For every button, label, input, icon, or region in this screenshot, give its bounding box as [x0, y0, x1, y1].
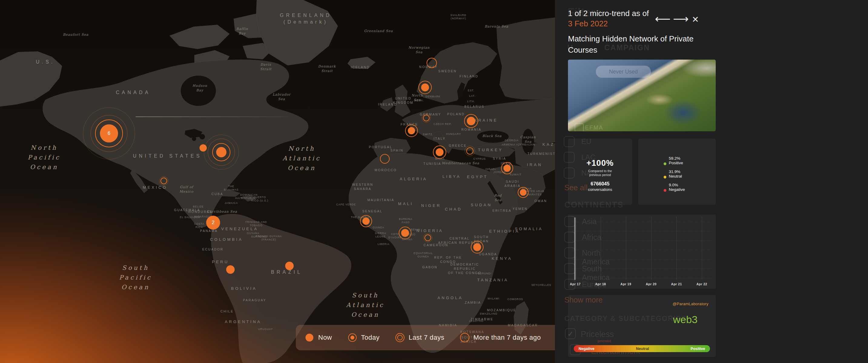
- marker-dot: [520, 189, 526, 196]
- chart-gridline-v: [702, 217, 702, 280]
- marker-dot: [216, 147, 226, 157]
- sentiment-row: 9.0%Negative: [664, 183, 685, 192]
- prev-trend-button[interactable]: ⟵: [655, 13, 671, 25]
- marker-dot: 6: [100, 124, 118, 142]
- today-legend-icon: [348, 333, 357, 342]
- sentiment-dot: [664, 162, 666, 165]
- chart-x-tick: Apr 19: [620, 282, 631, 286]
- marker-dot: 2: [206, 216, 220, 230]
- volume-stat-card: +100% Compared to the previous period 67…: [568, 138, 632, 205]
- map-legend: NowTodayLast 7 daysMore than 7 days ago: [296, 325, 555, 350]
- legend-label: Last 7 days: [409, 334, 444, 341]
- close-panel-button[interactable]: ✕: [692, 14, 699, 25]
- chart-cursor-line[interactable]: [575, 218, 575, 280]
- ghost-image-checkbox: [575, 123, 584, 131]
- chart-x-tick: Apr 18: [595, 282, 606, 286]
- ghost-image-label: EFMA: [585, 124, 603, 131]
- chart-gridline-h: [572, 269, 713, 269]
- marker-dot: [226, 265, 235, 274]
- marker-dot: [473, 243, 481, 251]
- sentiment-card: 59.2%Positive31.9%Neutral9.0%Negative: [638, 138, 716, 205]
- sentiment-value: 9.0%: [669, 183, 685, 187]
- trend-counter: 1 of 2 micro-trend as of: [568, 8, 649, 19]
- trend-chart-card: Apr 17Apr 18Apr 19Apr 20Apr 21Apr 22: [568, 214, 716, 289]
- micro-trend-panel: Filters U CAMPAIGN EULACNAM See all CONT…: [555, 0, 868, 363]
- chart-x-tick: Apr 22: [696, 282, 707, 286]
- chart-gridline-h: [572, 250, 713, 250]
- chart-x-tick: Apr 20: [646, 282, 657, 286]
- legend-item-last7: Last 7 days: [395, 333, 444, 342]
- sentiment-value: 59.2%: [669, 156, 685, 161]
- post-text: web3: [568, 314, 698, 326]
- marker-ring: [380, 154, 390, 164]
- chart-gridline-h: [572, 240, 713, 241]
- sentiment-dot: [664, 189, 666, 192]
- sentiment-scale-bar: Negative Neutral Positive: [574, 345, 710, 352]
- conversations-count: 6766045: [568, 181, 632, 187]
- chart-gridline-h: [572, 231, 713, 231]
- now-legend-icon: [305, 333, 314, 342]
- marker-dot: [436, 148, 443, 156]
- legend-item-older: More than 7 days ago: [460, 333, 541, 342]
- marker-ring: [465, 146, 475, 156]
- trend-title: Matching Hidden Network of Private Cours…: [568, 33, 713, 56]
- scale-positive-label: Positive: [690, 346, 705, 351]
- scale-negative-label: Negative: [579, 346, 594, 351]
- sentiment-row: 31.9%Neutral: [664, 169, 685, 178]
- marker-dot: [363, 218, 370, 225]
- chart-gridline-v: [651, 217, 652, 280]
- change-caption-1: Compared to the: [588, 169, 612, 173]
- sentiment-label: Positive: [669, 161, 685, 165]
- next-trend-button[interactable]: ⟶: [673, 13, 689, 25]
- legend-item-now: Now: [305, 333, 332, 342]
- trend-image-card: Never Used EFMA: [568, 60, 716, 131]
- chart-gridline-h: [572, 259, 713, 260]
- trend-date: 3 Feb 2022: [568, 19, 608, 28]
- sentiment-label: Negative: [669, 187, 685, 192]
- marker-dot: [503, 165, 511, 172]
- marker-dot: [408, 127, 415, 134]
- sentiment-value: 31.9%: [669, 169, 685, 174]
- ghost-never-used-badge: Never Used: [596, 66, 651, 78]
- legend-label: Now: [318, 334, 332, 341]
- sample-post-card: @ParamLaboratory web3 Negative Neutral P…: [568, 295, 716, 357]
- change-caption-2: previous period: [589, 173, 611, 177]
- scale-neutral-label: Neutral: [636, 346, 649, 351]
- world-map[interactable]: North Pacific OceanNorth Atlantic OceanS…: [0, 0, 555, 363]
- marker-ring: [422, 113, 431, 123]
- chart-gridline-v: [626, 217, 626, 280]
- sentiment-row: 59.2%Positive: [664, 156, 685, 165]
- last7-legend-icon: [395, 333, 404, 342]
- conversations-label: conversations: [568, 187, 632, 192]
- change-percent: +100%: [568, 159, 632, 168]
- sentiment-label: Neutral: [669, 174, 685, 178]
- legend-label: More than 7 days ago: [473, 334, 541, 341]
- app-window: North Pacific OceanNorth Atlantic OceanS…: [0, 0, 868, 363]
- marker-ring: [159, 176, 168, 186]
- post-author-handle: @ParamLaboratory: [673, 302, 708, 306]
- marker-dot: [421, 84, 429, 91]
- older-legend-icon: [460, 333, 469, 342]
- legend-label: Today: [361, 334, 380, 341]
- chart-x-tick: Apr 21: [671, 282, 682, 286]
- chart-gridline-v: [676, 217, 677, 280]
- chart-gridline-h: [572, 222, 713, 222]
- map-markers-layer: 62: [0, 0, 555, 363]
- marker-ring: [427, 58, 437, 68]
- legend-item-today: Today: [348, 333, 380, 342]
- sentiment-dot: [664, 176, 666, 178]
- marker-dot: [467, 117, 475, 125]
- marker-ring: [423, 233, 432, 242]
- marker-dot: [285, 262, 294, 270]
- chart-gridline-v: [601, 217, 601, 280]
- marker-dot: [401, 229, 409, 237]
- chart-x-tick: Apr 17: [570, 282, 581, 286]
